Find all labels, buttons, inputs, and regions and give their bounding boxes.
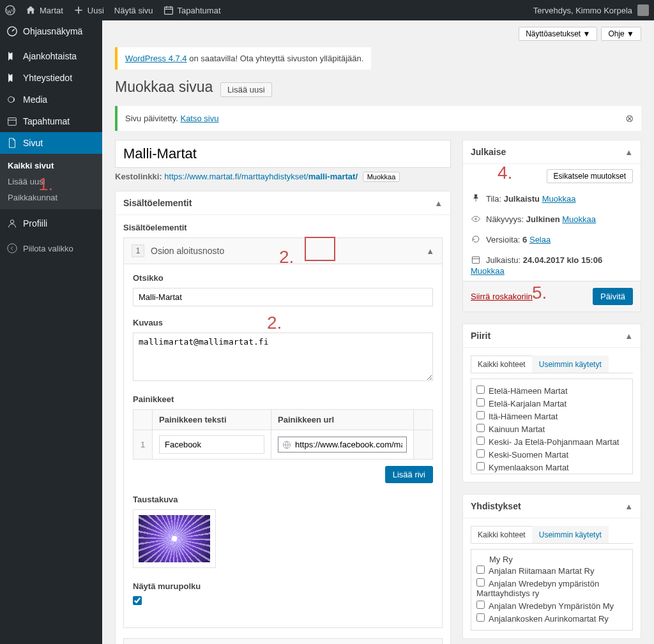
yhdistykset-box-header[interactable]: Yhdistykset▲ <box>463 495 641 518</box>
help-button[interactable]: Ohje ▼ <box>601 27 641 41</box>
content-elements-header[interactable]: Sisältöelementit ▲ <box>116 191 450 215</box>
checklist-item[interactable]: Anjalan Wredebyn ympäristön Marttayhdist… <box>476 577 627 599</box>
submenu-all-pages[interactable]: Kaikki sivut <box>0 158 102 174</box>
update-notice: WordPress 4.7.4 on saatavilla! Ota yhtey… <box>115 47 371 70</box>
collapse-section-icon: ▲ <box>426 246 434 256</box>
view-page-link[interactable]: Näytä sivu <box>114 6 153 15</box>
desc-field-label: Kuvaus <box>133 318 433 327</box>
checklist-item[interactable]: Etelä-Karjalan Martat <box>476 397 627 410</box>
section-2-header[interactable]: 2 Tietopankki nostot ▼ <box>124 639 442 644</box>
checklist-item[interactable]: Anjalan Riitamaan Martat Ry <box>476 564 627 577</box>
tab-used-yhd[interactable]: Useimmin käytetyt <box>532 526 609 543</box>
breadcrumb-checkbox[interactable] <box>133 596 142 605</box>
repeater-row: 1 <box>133 430 433 460</box>
button-url-input[interactable] <box>295 440 402 449</box>
checklist-item[interactable]: Anjalan Wredebyn Ympäristön My <box>476 599 627 612</box>
screen-options-button[interactable]: Näyttöasetukset ▼ <box>519 27 597 41</box>
svg-point-3 <box>8 97 14 103</box>
dismiss-notice-button[interactable]: ⊗ <box>625 112 634 124</box>
edit-status-link[interactable]: Muokkaa <box>542 194 576 204</box>
svg-rect-1 <box>164 7 172 14</box>
tab-all-piirit[interactable]: Kaikki kohteet <box>471 356 533 373</box>
checklist-item[interactable]: Keski-Suomen Martat <box>476 448 627 461</box>
edit-visibility-link[interactable]: Muokkaa <box>562 214 596 224</box>
checklist-item[interactable]: Kainuun Martat <box>476 423 627 435</box>
checklist-item[interactable]: Etelä-Hämeen Martat <box>476 384 627 397</box>
buttons-field-label: Painikkeet <box>133 394 433 404</box>
preview-button[interactable]: Esikatsele muutokset <box>547 169 633 183</box>
user-avatar[interactable] <box>637 4 649 16</box>
globe-icon <box>282 440 291 449</box>
bg-image-label: Taustakuva <box>133 495 433 504</box>
site-home-link[interactable]: Martat <box>26 5 63 15</box>
checklist-item[interactable]: Keski- Ja Etelä-Pohjanmaan Martat <box>476 435 627 448</box>
menu-events[interactable]: Tapahtumat <box>0 110 102 132</box>
svg-point-8 <box>475 218 476 220</box>
tab-used-piirit[interactable]: Useimmin käytetyt <box>532 356 609 373</box>
button-url-header: Painikkeen url <box>271 410 414 430</box>
collapse-menu[interactable]: Piilota valikko <box>0 237 102 259</box>
pin-icon <box>471 193 481 204</box>
page-heading: Muokkaa sivua <box>115 79 213 96</box>
button-text-header: Painikkeen teksti <box>153 410 271 430</box>
menu-news[interactable]: Ajankohtaista <box>0 45 102 67</box>
section-1-header[interactable]: 1 Osion aloitusnosto ▲ <box>124 238 442 264</box>
wp-update-link[interactable]: WordPress 4.7.4 <box>125 54 187 63</box>
section-desc-textarea[interactable]: mallimartat@mallimartat.fi <box>133 333 433 381</box>
annotation-4: 4. <box>498 163 512 183</box>
new-content-link[interactable]: Uusi <box>73 5 104 15</box>
add-row-button[interactable]: Lisää rivi <box>385 466 433 483</box>
checklist-item[interactable]: Anjalankosken Aurinkomartat Ry <box>476 612 627 625</box>
browse-revisions-link[interactable]: Selaa <box>529 235 551 244</box>
move-to-trash-link[interactable]: Siirrä roskakoriin <box>471 292 533 301</box>
yhdistykset-checklist[interactable]: My RyAnjalan Riitamaan Martat RyAnjalan … <box>471 549 633 631</box>
bg-image-thumb[interactable] <box>133 509 216 568</box>
menu-contacts[interactable]: Yhteystiedot <box>0 67 102 89</box>
publish-box-header[interactable]: Julkaise ▲ <box>463 140 641 164</box>
svg-rect-4 <box>8 118 17 126</box>
edit-permalink-button[interactable]: Muokkaa <box>363 172 400 182</box>
svg-point-5 <box>10 220 13 223</box>
toggle-icon: ▲ <box>434 198 443 208</box>
view-page-link[interactable]: Katso sivu <box>180 114 218 123</box>
svg-point-6 <box>8 244 17 253</box>
tab-all-yhd[interactable]: Kaikki kohteet <box>471 526 533 543</box>
button-text-input[interactable] <box>159 435 264 454</box>
calendar-icon <box>471 255 481 265</box>
events-link[interactable]: Tapahtumat <box>164 5 221 15</box>
update-button[interactable]: Päivitä <box>593 288 633 305</box>
page-title-input[interactable] <box>115 140 451 168</box>
success-notice: Sivu päivitetty. Katso sivu ⊗ <box>115 106 641 131</box>
menu-media[interactable]: Media <box>0 89 102 110</box>
piirit-box-header[interactable]: Piirit▲ <box>463 324 641 348</box>
revisions-icon <box>471 234 481 244</box>
svg-rect-9 <box>472 257 479 263</box>
greeting: Tervehdys, Kimmo Korpela <box>533 6 632 15</box>
checklist-item[interactable]: Itä-Hämeen Martat <box>476 410 627 423</box>
menu-profile[interactable]: Profiili <box>0 213 102 234</box>
section-title: Osion aloitusnosto <box>151 246 420 256</box>
checklist-item[interactable]: Kymenlaakson Martat <box>476 461 627 474</box>
section-title-input[interactable] <box>133 288 433 306</box>
wp-logo[interactable] <box>5 5 15 15</box>
menu-dashboard[interactable]: Ohjausnäkymä <box>0 20 102 42</box>
content-elements-legend: Sisältöelementit <box>123 223 443 232</box>
submenu-localities[interactable]: Paikkakunnat <box>0 190 102 206</box>
permalink-row: Kestolinkki: https://www.martat.fi/martt… <box>115 172 451 182</box>
annotation-5: 5. <box>532 283 547 303</box>
visibility-icon <box>471 214 481 224</box>
admin-sidebar: Ohjausnäkymä Ajankohtaista Yhteystiedot … <box>0 20 102 644</box>
submenu-add-new[interactable]: Lisää uusi <box>0 174 102 190</box>
menu-pages[interactable]: Sivut <box>0 132 102 154</box>
title-field-label: Otsikko <box>133 273 433 283</box>
section-number: 1 <box>132 244 144 257</box>
breadcrumb-label: Näytä murupolku <box>133 581 433 591</box>
piirit-checklist[interactable]: Etelä-Hämeen MartatEtelä-Karjalan Martat… <box>471 378 633 474</box>
permalink-link[interactable]: https://www.martat.fi/marttayhdistykset/… <box>164 172 358 181</box>
add-new-page-button[interactable]: Lisää uusi <box>220 82 272 97</box>
site-name: Martat <box>40 6 63 15</box>
edit-date-link[interactable]: Muokkaa <box>471 266 505 276</box>
